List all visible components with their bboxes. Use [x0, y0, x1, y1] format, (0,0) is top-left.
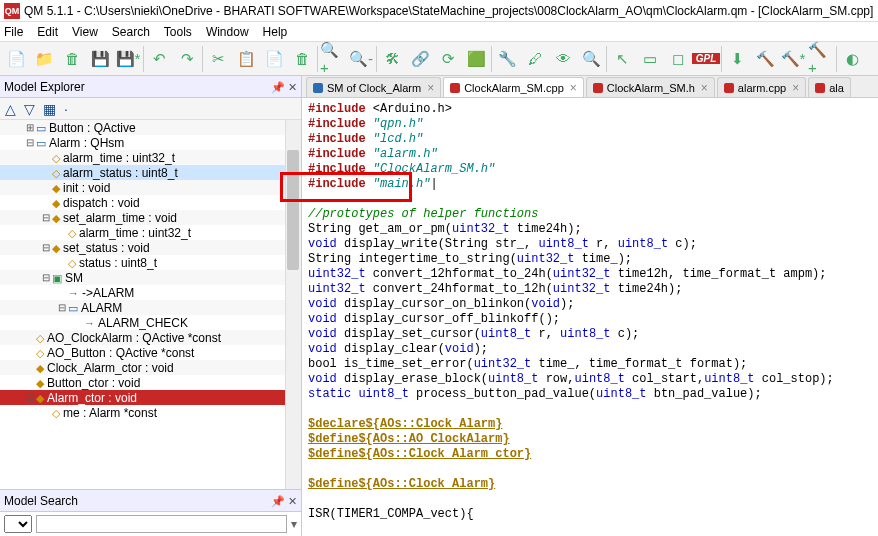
editor-tab[interactable]: ClockAlarm_SM.cpp× — [443, 77, 584, 97]
menu-help[interactable]: Help — [263, 25, 288, 39]
toolbar-button[interactable]: ⟳ — [434, 45, 462, 73]
tree-node-label: AO_Button : QActive *const — [47, 346, 194, 360]
tab-close-icon[interactable]: × — [701, 81, 708, 95]
pin-icon[interactable]: 📌 — [271, 81, 285, 93]
toolbar-button[interactable]: 🔧 — [493, 45, 521, 73]
menu-search[interactable]: Search — [112, 25, 150, 39]
tree-row[interactable]: ⊟▭ALARM — [0, 300, 301, 315]
toolbar-button[interactable]: 🔨* — [779, 45, 807, 73]
toolbar-button[interactable]: 🔍 — [577, 45, 605, 73]
tree-row[interactable]: →ALARM_CHECK — [0, 315, 301, 330]
model-explorer-tree[interactable]: ⊞▭Button : QActive⊟▭Alarm : QHsm◇alarm_t… — [0, 120, 301, 489]
tree-expander-icon[interactable]: ⊟ — [24, 136, 36, 150]
menu-window[interactable]: Window — [206, 25, 249, 39]
tree-row[interactable]: →->ALARM — [0, 285, 301, 300]
tree-node-icon: → — [68, 286, 79, 300]
tree-row[interactable]: ◆dispatch : void — [0, 195, 301, 210]
toolbar-button[interactable]: 🗑 — [288, 45, 316, 73]
toolbar-button[interactable]: ◐ — [838, 45, 866, 73]
toolbar-button[interactable]: 🔨 — [751, 45, 779, 73]
toolbar-button[interactable]: 💾* — [114, 45, 142, 73]
tree-row[interactable]: ◇alarm_time : uint32_t — [0, 150, 301, 165]
tab-close-icon[interactable]: × — [570, 81, 577, 95]
close-icon[interactable]: ✕ — [288, 81, 297, 93]
search-scope-select[interactable] — [4, 515, 32, 533]
tree-expander-icon[interactable]: ⊟ — [24, 391, 36, 405]
toolbar-button[interactable]: 👁 — [549, 45, 577, 73]
tree-expander-icon[interactable]: ⊞ — [24, 121, 36, 135]
toolbar-button[interactable]: 📋 — [232, 45, 260, 73]
explorer-tool-icon[interactable]: ▽ — [21, 101, 38, 117]
toolbar-button[interactable]: ◻ — [664, 45, 692, 73]
tree-row[interactable]: ⊟◆Alarm_ctor : void — [0, 390, 301, 405]
tree-row[interactable]: ⊟◆set_status : void — [0, 240, 301, 255]
menu-edit[interactable]: Edit — [37, 25, 58, 39]
tab-close-icon[interactable]: × — [427, 81, 434, 95]
tree-row[interactable]: ◇alarm_status : uint8_t — [0, 165, 301, 180]
menu-tools[interactable]: Tools — [164, 25, 192, 39]
tab-file-icon — [450, 83, 460, 93]
search-input[interactable] — [36, 515, 287, 533]
tree-node-icon: ◆ — [52, 241, 60, 255]
tab-close-icon[interactable]: × — [792, 81, 799, 95]
toolbar-button[interactable]: ↶ — [145, 45, 173, 73]
tree-expander-icon[interactable]: ⊟ — [40, 241, 52, 255]
tree-row[interactable]: ◆Clock_Alarm_ctor : void — [0, 360, 301, 375]
tree-row[interactable]: ◆init : void — [0, 180, 301, 195]
editor-tab[interactable]: SM of Clock_Alarm× — [306, 77, 441, 97]
tree-row[interactable]: ◇AO_Button : QActive *const — [0, 345, 301, 360]
toolbar-button[interactable]: ✂ — [204, 45, 232, 73]
tree-row[interactable]: ◇alarm_time : uint32_t — [0, 225, 301, 240]
toolbar-button[interactable]: 🔨+ — [807, 45, 835, 73]
toolbar-button[interactable]: 🗑 — [58, 45, 86, 73]
search-dropdown-icon[interactable]: ▾ — [291, 517, 297, 531]
toolbar-button[interactable]: ↷ — [173, 45, 201, 73]
tree-row[interactable]: ◇status : uint8_t — [0, 255, 301, 270]
tree-expander-icon[interactable]: ⊟ — [40, 211, 52, 225]
tree-scroll-thumb[interactable] — [287, 150, 299, 270]
tree-row[interactable]: ⊟◆set_alarm_time : void — [0, 210, 301, 225]
toolbar-button[interactable]: 🔍+ — [319, 45, 347, 73]
toolbar-button[interactable]: 🔗 — [406, 45, 434, 73]
editor-tab[interactable]: ClockAlarm_SM.h× — [586, 77, 715, 97]
tree-row[interactable]: ⊟▣SM — [0, 270, 301, 285]
toolbar-button[interactable]: ↖ — [608, 45, 636, 73]
toolbar-button[interactable]: 🔍- — [347, 45, 375, 73]
toolbar-button[interactable]: 📁 — [30, 45, 58, 73]
tree-node-label: set_status : void — [63, 241, 150, 255]
tree-expander-icon[interactable]: ⊟ — [40, 271, 52, 285]
tree-node-label: init : void — [63, 181, 110, 195]
editor-tab[interactable]: ala — [808, 77, 851, 97]
toolbar-button[interactable]: GPL — [692, 45, 720, 73]
tree-node-label: Clock_Alarm_ctor : void — [47, 361, 174, 375]
tree-row[interactable]: ◇me : Alarm *const — [0, 405, 301, 420]
tree-row[interactable]: ⊟▭Alarm : QHsm — [0, 135, 301, 150]
explorer-tool-icon[interactable]: ▦ — [40, 101, 59, 117]
pin-icon[interactable]: 📌 — [271, 495, 285, 507]
toolbar-button[interactable]: ⬇ — [723, 45, 751, 73]
menu-file[interactable]: File — [4, 25, 23, 39]
tab-label: ClockAlarm_SM.h — [607, 82, 695, 94]
code-editor[interactable]: #include <Arduino.h>#include "qpn.h"#inc… — [302, 98, 878, 536]
toolbar-button[interactable]: 📄 — [260, 45, 288, 73]
tree-row[interactable]: ⊞▭Button : QActive — [0, 120, 301, 135]
toolbar-button[interactable]: ▭ — [636, 45, 664, 73]
close-icon[interactable]: ✕ — [288, 495, 297, 507]
tree-row[interactable]: ◇AO_ClockAlarm : QActive *const — [0, 330, 301, 345]
tab-file-icon — [313, 83, 323, 93]
explorer-tool-icon[interactable]: △ — [2, 101, 19, 117]
tree-node-label: set_alarm_time : void — [63, 211, 177, 225]
editor-tab[interactable]: alarm.cpp× — [717, 77, 806, 97]
tree-row[interactable]: ◆Button_ctor : void — [0, 375, 301, 390]
toolbar-button[interactable]: 💾 — [86, 45, 114, 73]
toolbar-button[interactable]: 🖊 — [521, 45, 549, 73]
main-toolbar: 📄📁🗑💾💾*↶↷✂📋📄🗑🔍+🔍-🛠🔗⟳🟩🔧🖊👁🔍↖▭◻GPL⬇🔨🔨*🔨+◐ — [0, 42, 878, 76]
toolbar-button[interactable]: 🟩 — [462, 45, 490, 73]
toolbar-button[interactable]: 🛠 — [378, 45, 406, 73]
toolbar-button[interactable]: 📄 — [2, 45, 30, 73]
explorer-tool-icon[interactable]: · — [61, 101, 71, 117]
tree-node-icon: ▣ — [52, 271, 62, 285]
tree-expander-icon[interactable]: ⊟ — [56, 301, 68, 315]
tree-node-label: Alarm : QHsm — [49, 136, 124, 150]
menu-view[interactable]: View — [72, 25, 98, 39]
